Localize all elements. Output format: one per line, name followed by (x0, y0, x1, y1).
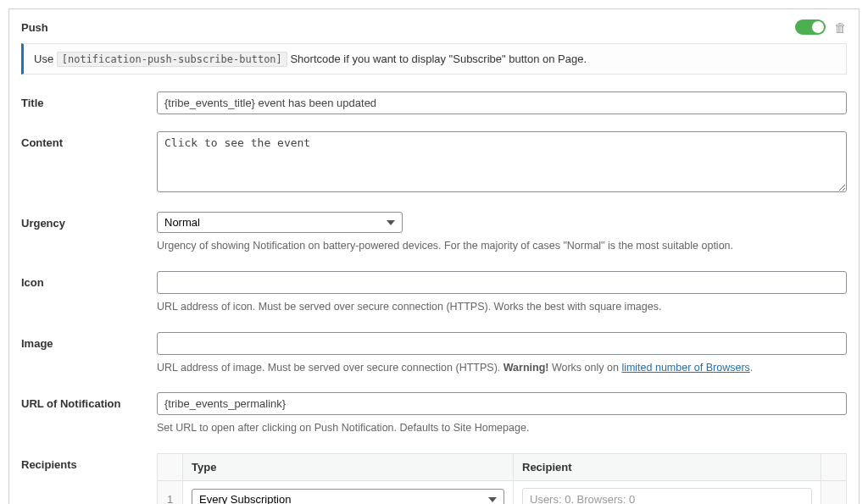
browsers-link[interactable]: limited number of Browsers (621, 362, 749, 374)
title-input[interactable] (157, 91, 847, 114)
image-row: Image URL address of image. Must be serv… (21, 332, 847, 376)
info-prefix: Use (34, 53, 57, 65)
recipients-row: Recipients Type Recipient 1 (21, 453, 847, 504)
url-label: URL of Notification (21, 392, 157, 410)
content-row: Content Click to see the event (21, 131, 847, 195)
icon-help: URL address of icon. Must be served over… (157, 299, 847, 315)
shortcode-code: [notification-push-subscribe-button] (57, 52, 287, 67)
handle-header (158, 454, 183, 481)
image-input[interactable] (157, 332, 847, 355)
info-suffix: Shortcode if you want to display "Subscr… (290, 53, 587, 65)
title-label: Title (21, 91, 157, 109)
table-row: 1 Every Subscription (158, 481, 847, 505)
header-actions: 🗑 (795, 19, 847, 35)
title-row: Title (21, 91, 847, 114)
recipient-type-select[interactable]: Every Subscription (192, 489, 504, 504)
recipient-header: Recipient (514, 454, 821, 481)
trash-icon[interactable]: 🗑 (834, 20, 847, 35)
urgency-row: Urgency Normal Urgency of showing Notifi… (21, 212, 847, 254)
icon-label: Icon (21, 271, 157, 289)
row-number: 1 (158, 481, 183, 505)
type-header: Type (183, 454, 514, 481)
recipients-table: Type Recipient 1 Every Subscription (157, 453, 847, 504)
url-help: Set URL to open after clicking on Push N… (157, 420, 847, 436)
panel-header: Push 🗑 (21, 19, 847, 35)
image-label: Image (21, 332, 157, 350)
icon-row: Icon URL address of icon. Must be served… (21, 271, 847, 315)
url-input[interactable] (157, 392, 847, 415)
urgency-help: Urgency of showing Notification on batte… (157, 238, 847, 254)
push-panel: Push 🗑 Use [notification-push-subscribe-… (8, 8, 860, 504)
shortcode-info: Use [notification-push-subscribe-button]… (21, 43, 847, 75)
recipients-label: Recipients (21, 453, 157, 471)
icon-input[interactable] (157, 271, 847, 294)
recipient-display (522, 488, 812, 504)
image-help: URL address of image. Must be served ove… (157, 360, 847, 376)
urgency-label: Urgency (21, 212, 157, 230)
action-header (821, 454, 847, 481)
enable-toggle[interactable] (795, 19, 826, 35)
content-textarea[interactable]: Click to see the event (157, 131, 847, 192)
content-label: Content (21, 131, 157, 149)
urgency-select[interactable]: Normal (157, 212, 403, 233)
panel-title: Push (21, 21, 48, 34)
url-row: URL of Notification Set URL to open afte… (21, 392, 847, 436)
row-action (821, 481, 847, 505)
